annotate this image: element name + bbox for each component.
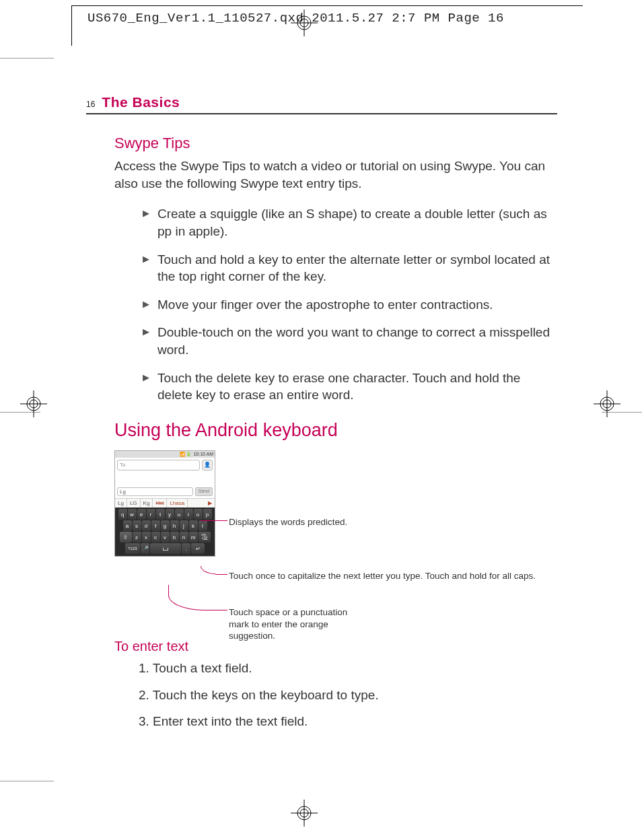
key-symbols: ?123 bbox=[125, 543, 140, 554]
key-a: a bbox=[123, 520, 132, 531]
keyboard: q w e r t y u i o p a s d f g h bbox=[115, 508, 215, 556]
tip-text: Touch the delete key to erase one charac… bbox=[157, 371, 520, 403]
step-item: 3. Enter text into the text field. bbox=[139, 713, 557, 730]
callout-leader bbox=[215, 574, 227, 575]
key-e: e bbox=[137, 509, 146, 520]
suggestion-bar: Lg LG Kg Ktd Lhasa ▶ bbox=[115, 498, 215, 508]
callout-space: Touch space or a punctuation mark to ent… bbox=[229, 606, 363, 642]
key-l: l bbox=[199, 520, 207, 531]
callout-leader bbox=[168, 585, 227, 610]
crop-mark-top bbox=[71, 5, 583, 6]
key-t: t bbox=[156, 509, 165, 520]
registration-mark-left bbox=[20, 390, 47, 420]
status-time: 10:10 AM bbox=[193, 452, 213, 456]
key-delete: DEL⌫ bbox=[199, 532, 211, 542]
tip-item: ▶Move your finger over the apostrophe to… bbox=[144, 296, 557, 314]
key-q: q bbox=[118, 509, 127, 520]
callout-leader bbox=[201, 520, 227, 521]
callout-shift: Touch once to capitalize the next letter… bbox=[229, 570, 536, 582]
keyboard-figure: 📶🔋 10:10 AM To 👤 Lg Send Lg LG Kg Ktd Lh… bbox=[114, 450, 552, 639]
page-number: 16 bbox=[86, 100, 95, 109]
suggestion: LG bbox=[127, 499, 141, 508]
step-item: 2. Touch the keys on the keyboard to typ… bbox=[139, 687, 557, 704]
tip-text: Touch and hold a key to enter the altern… bbox=[157, 252, 550, 284]
key-p: p bbox=[203, 509, 212, 520]
message-field: Lg bbox=[117, 487, 193, 496]
registration-mark-bottom bbox=[291, 800, 318, 829]
section-title: The Basics bbox=[102, 94, 180, 110]
bullet-icon: ▶ bbox=[143, 207, 149, 219]
crop-tick bbox=[0, 58, 54, 59]
key-enter-icon: ↵ bbox=[191, 543, 205, 554]
swype-intro: Access the Swype Tips to watch a video o… bbox=[114, 158, 557, 192]
send-button: Send bbox=[195, 487, 213, 496]
key-y: y bbox=[166, 509, 174, 520]
key-b: b bbox=[170, 532, 179, 542]
enter-text-steps: 1. Touch a text field. 2. Touch the keys… bbox=[139, 660, 557, 730]
tip-item: ▶Touch and hold a key to enter the alter… bbox=[144, 251, 557, 285]
suggestion-more-icon: ▶ bbox=[205, 499, 215, 508]
add-contact-icon: 👤 bbox=[202, 460, 213, 470]
callout-predictions: Displays the words predicted. bbox=[229, 516, 347, 528]
key-s: s bbox=[133, 520, 141, 531]
page-content: 16 The Basics Swype Tips Access the Swyp… bbox=[86, 94, 557, 740]
callout-leader bbox=[201, 566, 215, 574]
phone-screenshot: 📶🔋 10:10 AM To 👤 Lg Send Lg LG Kg Ktd Lh… bbox=[114, 450, 215, 557]
tip-item: ▶Create a squiggle (like an S shape) to … bbox=[144, 205, 557, 240]
swype-tips-list: ▶Create a squiggle (like an S shape) to … bbox=[144, 205, 557, 404]
key-period: . bbox=[182, 543, 190, 554]
key-x: x bbox=[142, 532, 151, 542]
key-c: c bbox=[151, 532, 160, 542]
tip-item: ▶Touch the delete key to erase one chara… bbox=[144, 370, 557, 404]
key-mic-icon: 🎤 bbox=[141, 543, 149, 554]
compose-area bbox=[115, 473, 215, 487]
key-k: k bbox=[189, 520, 198, 531]
key-i: i bbox=[184, 509, 193, 520]
bullet-icon: ▶ bbox=[143, 372, 149, 384]
tip-text: Double-touch on the word you want to cha… bbox=[157, 325, 550, 357]
suggestion: Ktd bbox=[153, 499, 167, 508]
bullet-icon: ▶ bbox=[143, 253, 149, 265]
crop-tick bbox=[0, 781, 54, 781]
suggestion: Kg bbox=[141, 499, 153, 508]
del-icon: ⌫ bbox=[202, 536, 207, 540]
tip-text: Create a squiggle (like an S shape) to c… bbox=[157, 207, 547, 238]
key-z: z bbox=[133, 532, 141, 542]
key-space: ⌴ bbox=[150, 543, 181, 554]
key-n: n bbox=[180, 532, 188, 542]
suggestion-highlighted: Lhasa bbox=[167, 499, 188, 508]
key-j: j bbox=[180, 520, 188, 531]
key-u: u bbox=[175, 509, 184, 520]
to-field: To bbox=[117, 460, 200, 470]
suggestion: Lg bbox=[115, 499, 127, 508]
status-bar: 📶🔋 10:10 AM bbox=[115, 451, 215, 458]
tip-text: Move your finger over the apostrophe to … bbox=[157, 298, 493, 312]
key-m: m bbox=[189, 532, 198, 542]
bullet-icon: ▶ bbox=[143, 298, 149, 310]
key-f: f bbox=[151, 520, 160, 531]
registration-mark-right bbox=[594, 390, 620, 420]
registration-mark-top bbox=[291, 9, 318, 39]
key-g: g bbox=[161, 520, 170, 531]
tip-item: ▶Double-touch on the word you want to ch… bbox=[144, 324, 557, 358]
crop-mark-left bbox=[71, 5, 72, 46]
key-d: d bbox=[142, 520, 151, 531]
key-h: h bbox=[170, 520, 179, 531]
running-header: 16 The Basics bbox=[86, 94, 557, 114]
key-shift: ⇧ bbox=[120, 532, 132, 542]
key-o: o bbox=[194, 509, 203, 520]
key-w: w bbox=[128, 509, 137, 520]
step-item: 1. Touch a text field. bbox=[139, 660, 557, 677]
key-v: v bbox=[161, 532, 170, 542]
android-keyboard-heading: Using the Android keyboard bbox=[114, 420, 557, 441]
bullet-icon: ▶ bbox=[143, 326, 149, 338]
print-header: US670_Eng_Ver1.1_110527.qxd 2011.5.27 2:… bbox=[0, 0, 642, 26]
key-r: r bbox=[147, 509, 155, 520]
swype-tips-heading: Swype Tips bbox=[114, 135, 557, 152]
